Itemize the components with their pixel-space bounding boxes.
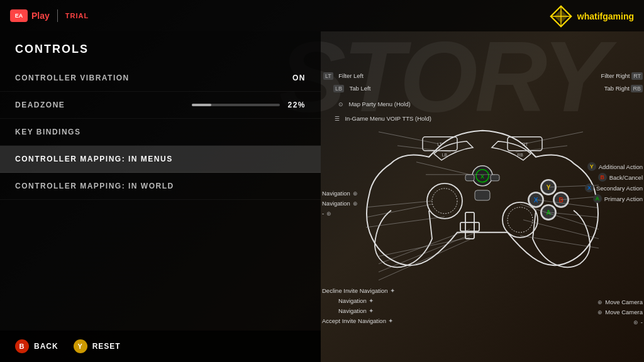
nav-left3-label: - ⊛ xyxy=(322,210,331,217)
svg-line-32 xyxy=(379,239,472,280)
svg-line-18 xyxy=(416,162,470,175)
vibration-value: ON xyxy=(292,74,306,82)
page-title: CONTROLS xyxy=(0,31,321,65)
menu-label-deadzone: DEADZONE xyxy=(15,101,65,109)
nav-bottom1-label: Navigation ✦ xyxy=(338,297,374,304)
b-label: B xyxy=(558,197,563,204)
y-label: Y xyxy=(547,184,551,191)
dash-label: ⊛ - xyxy=(633,319,643,326)
accept-invite-label: Accept Invite Navigation ✦ xyxy=(322,317,393,324)
additional-action-label: Y Additional Action xyxy=(587,162,643,171)
play-text: Play xyxy=(31,11,50,21)
tab-right-label: Tab Right RB xyxy=(604,82,643,93)
lb-label: LB xyxy=(442,153,448,157)
svg-line-28 xyxy=(366,217,445,228)
rt-label: RT xyxy=(522,142,528,146)
top-bar-divider xyxy=(57,9,58,22)
ingame-menu-label: ☰ In-Game Menu VOIP TTS (Hold) xyxy=(335,112,431,123)
move-cam1-label: ⊕ Move Camera xyxy=(597,299,643,305)
menu-label-mapping-menus: CONTROLLER MAPPING: IN MENUS xyxy=(15,155,173,163)
deadzone-bar xyxy=(192,104,280,106)
svg-line-30 xyxy=(379,229,470,264)
svg-line-31 xyxy=(379,234,473,272)
back-cancel-label: B Back/Cancel xyxy=(598,173,643,182)
controller-area: Y B A X X xyxy=(321,31,644,362)
reset-button-hint[interactable]: Y RESET xyxy=(74,339,121,353)
reset-label: RESET xyxy=(92,342,121,351)
svg-point-7 xyxy=(432,189,457,214)
menu-item-controller-mapping-world[interactable]: CONTROLLER MAPPING: IN WORLD xyxy=(0,173,321,200)
map-label: ⊙ Map Party Menu (Hold) xyxy=(338,97,411,109)
nav-bottom2-label: Navigation ✦ xyxy=(338,307,374,314)
secondary-action-label: X Secondary Action xyxy=(585,184,643,192)
deadzone-row: 22% xyxy=(65,101,306,109)
whatif-label: whatifgaming xyxy=(577,11,634,21)
svg-line-20 xyxy=(516,146,567,152)
primary-action-label: A Primary Action xyxy=(593,194,643,203)
menu-item-key-bindings[interactable]: KEY BINDINGS xyxy=(0,119,321,146)
decline-invite-label: Decline Invite Navigation ✦ xyxy=(322,287,395,294)
b-button-icon: B xyxy=(15,339,29,353)
top-bar: EA Play TRIAL whatifgaming xyxy=(0,0,644,31)
tab-left-label: LB Tab Left xyxy=(333,82,370,93)
svg-line-33 xyxy=(520,204,599,229)
menu-button xyxy=(491,175,499,181)
svg-line-21 xyxy=(525,132,583,144)
whatif-diamond-icon xyxy=(550,5,572,28)
svg-line-35 xyxy=(520,236,599,248)
xbox-x-label: X xyxy=(480,173,484,180)
view-button xyxy=(465,175,474,181)
whatif-logo: whatifgaming xyxy=(550,5,634,28)
filter-right-label: Filter Right RT xyxy=(601,69,643,80)
ea-play-badge: EA Play xyxy=(10,9,50,22)
bottom-bar: B BACK Y RESET xyxy=(0,331,321,362)
share-button xyxy=(475,190,490,200)
menu-label-mapping-world: CONTROLLER MAPPING: IN WORLD xyxy=(15,182,174,190)
filter-left-label: LT Filter Left xyxy=(323,69,364,80)
svg-point-9 xyxy=(508,207,533,233)
deadzone-fill xyxy=(192,104,211,106)
menu-item-controller-vibration[interactable]: CONTROLLER VIBRATION ON xyxy=(0,65,321,92)
menu-label-keybindings: KEY BINDINGS xyxy=(15,128,80,136)
move-cam2-label: ⊕ Move Camera xyxy=(597,309,643,315)
back-label: BACK xyxy=(34,342,58,351)
y-button-icon: Y xyxy=(74,339,87,353)
rb-label: RB xyxy=(517,153,523,157)
menu-item-controller-mapping-menus[interactable]: CONTROLLER MAPPING: IN MENUS xyxy=(0,146,321,173)
left-panel: CONTROLS CONTROLLER VIBRATION ON DEADZON… xyxy=(0,31,321,362)
nav-left2-label: Navigation ⊕ xyxy=(322,200,358,207)
deadzone-value: 22% xyxy=(287,101,306,109)
nav-left1-label: Navigation ⊕ xyxy=(322,190,358,197)
lt-label: LT xyxy=(437,142,442,146)
controller-svg: Y B A X X xyxy=(341,94,624,308)
back-button-hint[interactable]: B BACK xyxy=(15,339,58,353)
menu-item-deadzone[interactable]: DEADZONE 22% xyxy=(0,92,321,119)
svg-rect-11 xyxy=(460,222,479,231)
menu-label-vibration: CONTROLLER VIBRATION xyxy=(15,74,130,82)
ea-logo: EA xyxy=(10,9,28,22)
svg-line-16 xyxy=(379,132,438,144)
trial-badge: TRIAL xyxy=(65,12,89,19)
